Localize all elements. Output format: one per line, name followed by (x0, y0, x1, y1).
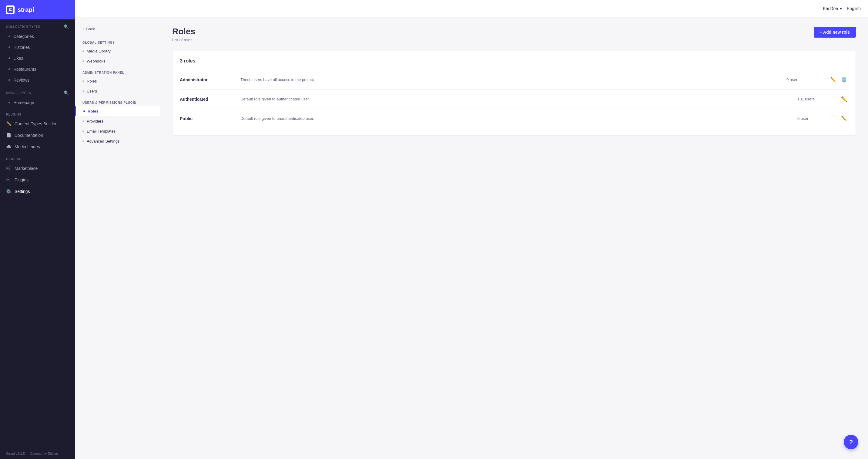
global-settings-label: Global Settings (75, 36, 160, 46)
logo-area: strapi (0, 0, 75, 20)
settings-nav-media-library[interactable]: Media Library (75, 46, 160, 56)
settings-nav-roles[interactable]: Roles (75, 106, 160, 116)
add-new-role-button[interactable]: + Add new role (814, 27, 856, 38)
settings-sidebar: ‹ Back Global Settings Media Library Web… (75, 17, 160, 459)
role-user-count: 0 user (797, 116, 840, 121)
single-types-label: Single Types 🔍 (0, 86, 75, 97)
table-row: Administrator These users have all acces… (180, 70, 848, 89)
cloud-icon: ☁️ (6, 144, 11, 149)
role-description: Default role given to authenticated user… (241, 97, 797, 101)
collection-types-label: Collection Types 🔍 (0, 20, 75, 31)
sidebar-item-media-library[interactable]: ☁️ Media Library (0, 141, 75, 152)
content-area: ‹ Back Global Settings Media Library Web… (75, 17, 868, 459)
sidebar-item-histories[interactable]: Histories (2, 42, 73, 53)
marketplace-icon: 🛒 (6, 166, 11, 171)
back-arrow-icon: ‹ (83, 27, 84, 31)
dot-icon (83, 131, 84, 132)
settings-icon: ⚙️ (6, 189, 11, 194)
chevron-down-icon: ▾ (840, 6, 842, 11)
single-search-icon[interactable]: 🔍 (64, 90, 69, 95)
settings-nav-providers[interactable]: Providers (75, 116, 160, 126)
role-name: Public (180, 116, 241, 121)
doc-icon: 📄 (6, 133, 11, 138)
role-user-count: 0 user (786, 77, 829, 82)
edit-role-button[interactable]: ✏️ (840, 114, 848, 122)
sidebar-item-marketplace[interactable]: 🛒 Marketplace (0, 163, 75, 174)
settings-nav-advanced-settings[interactable]: Advanced Settings (75, 136, 160, 146)
user-menu[interactable]: Kai Doe ▾ (823, 6, 842, 11)
users-permissions-label: Users & Permissions Plugin (75, 96, 160, 106)
left-sidebar: strapi Collection Types 🔍 Categories His… (0, 0, 75, 459)
language-selector[interactable]: English (847, 6, 861, 11)
question-mark-icon: ? (849, 439, 853, 446)
settings-nav-email-templates[interactable]: Email Templates (75, 126, 160, 136)
role-description: Default role given to unauthenticated us… (241, 116, 797, 121)
sidebar-item-homepage[interactable]: Homepage (2, 97, 73, 108)
settings-nav-admin-roles[interactable]: Roles (75, 76, 160, 86)
plugins-label: Plugins (0, 108, 75, 118)
sidebar-item-content-types-builder[interactable]: ✏️ Content-Types Builder (0, 118, 75, 129)
role-name: Administrator (180, 77, 241, 82)
settings-nav-admin-users[interactable]: Users (75, 86, 160, 96)
user-name: Kai Doe (823, 6, 838, 11)
pencil-icon: ✏️ (6, 121, 11, 126)
edit-role-button[interactable]: ✏️ (829, 76, 837, 84)
dot-icon (83, 80, 84, 82)
sidebar-item-settings[interactable]: ⚙️ Settings (0, 186, 75, 197)
topbar: Kai Doe ▾ English (75, 0, 868, 17)
role-description: These users have all access in the proje… (241, 77, 786, 82)
dot-icon (83, 90, 84, 92)
logo-icon (6, 5, 14, 14)
settings-back-button[interactable]: ‹ Back (75, 24, 160, 34)
sidebar-item-documentation[interactable]: 📄 Documentation (0, 130, 75, 141)
role-name: Authenticated (180, 97, 241, 102)
dot-icon (83, 110, 85, 112)
role-actions: ✏️ (840, 95, 848, 103)
delete-role-button[interactable]: 🗑️ (840, 76, 848, 84)
settings-nav-webhooks[interactable]: Webhooks (75, 56, 160, 66)
roles-count: 3 roles (180, 58, 848, 64)
dot-icon (83, 120, 84, 122)
page-subtitle: List of roles (172, 38, 195, 42)
svg-rect-0 (7, 7, 13, 13)
dot-icon (83, 60, 84, 62)
plugins-icon: ☰ (6, 177, 11, 183)
role-actions: ✏️ 🗑️ (829, 76, 848, 84)
help-fab-button[interactable]: ? (844, 435, 858, 449)
sidebar-item-categories[interactable]: Categories (2, 31, 73, 41)
sidebar-footer: Strapi v3.2.5 — Community Edition (0, 448, 75, 459)
general-label: General (0, 152, 75, 163)
page-title-area: Roles List of roles (172, 27, 195, 42)
role-actions: ✏️ (840, 114, 848, 122)
collection-search-icon[interactable]: 🔍 (64, 24, 69, 29)
sidebar-item-plugins[interactable]: ☰ Plugins (0, 174, 75, 185)
logo-text: strapi (18, 6, 34, 13)
edit-role-button[interactable]: ✏️ (840, 95, 848, 103)
table-row: Authenticated Default role given to auth… (180, 89, 848, 109)
sidebar-item-reviews[interactable]: Reviews (2, 75, 73, 85)
admin-panel-label: Administration Panel (75, 66, 160, 76)
sidebar-item-restaurants[interactable]: Restaurants (2, 64, 73, 74)
roles-card: 3 roles Administrator These users have a… (172, 51, 856, 136)
main-content: Roles List of roles + Add new role 3 rol… (160, 17, 868, 459)
role-user-count: 101 users (797, 97, 840, 101)
table-row: Public Default role given to unauthentic… (180, 109, 848, 128)
dot-icon (83, 140, 84, 142)
page-header: Roles List of roles + Add new role (172, 27, 856, 42)
page-title: Roles (172, 27, 195, 36)
dot-icon (83, 50, 84, 52)
sidebar-item-likes[interactable]: Likes (2, 53, 73, 63)
main-wrapper: Kai Doe ▾ English ‹ Back Global Settings… (75, 0, 868, 459)
